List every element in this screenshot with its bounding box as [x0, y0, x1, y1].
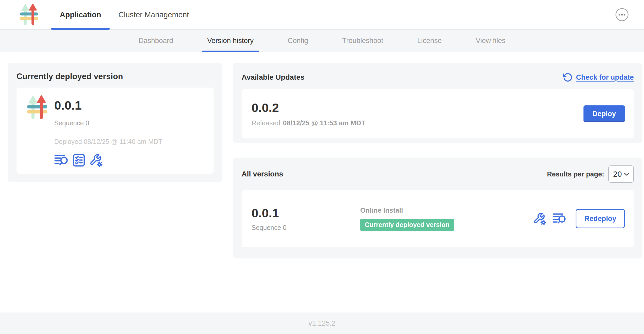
currently-deployed-badge: Currently deployed version: [360, 219, 454, 231]
subnav-tab-label: Troubleshoot: [342, 37, 383, 45]
all-versions-panel: All versions Results per page: 20 0.0.1 …: [233, 158, 642, 258]
check-for-update-link[interactable]: Check for update: [563, 72, 634, 82]
active-tab-underline: [202, 51, 259, 52]
install-type-label: Online Install: [360, 206, 454, 214]
version-history-page: Currently deployed version 0.0.1 Sequenc: [0, 52, 644, 258]
app-logo[interactable]: [17, 0, 42, 29]
version-row: 0.0.1 Sequence 0 Online Install Currentl…: [242, 190, 634, 247]
all-versions-title: All versions: [242, 170, 283, 178]
subnav-tab-license[interactable]: License: [400, 30, 459, 52]
released-label: Released: [252, 119, 280, 127]
subnav-tab-view-files[interactable]: View files: [459, 30, 523, 52]
app-sub-nav: Dashboard Version history Config Trouble…: [0, 30, 644, 52]
results-per-page-label: Results per page:: [547, 170, 604, 178]
top-nav-tabs: Application Cluster Management: [51, 0, 198, 29]
released-timestamp: 08/12/25 @ 11:53 am MDT: [283, 119, 365, 127]
subnav-tab-config[interactable]: Config: [271, 30, 325, 52]
deployed-timestamp: Deployed 08/12/25 @ 11:40 am MDT: [54, 138, 162, 146]
app-logo-icon: [17, 3, 42, 26]
deploy-button[interactable]: Deploy: [583, 105, 625, 122]
row-version-number: 0.0.1: [252, 206, 360, 220]
redeploy-button[interactable]: Redeploy: [576, 209, 625, 228]
subnav-tab-troubleshoot[interactable]: Troubleshoot: [325, 30, 400, 52]
subnav-tab-dashboard[interactable]: Dashboard: [122, 30, 190, 52]
available-updates-title: Available Updates: [242, 73, 304, 82]
results-per-page-value: 20: [613, 170, 622, 179]
active-tab-underline: [51, 28, 110, 30]
tab-cluster-management[interactable]: Cluster Management: [110, 0, 198, 29]
deployed-version-card: 0.0.1 Sequence 0 Deployed 08/12/25 @ 11:…: [17, 88, 214, 174]
deployed-version-number: 0.0.1: [54, 98, 162, 112]
available-update-card: 0.0.2 Released 08/12/25 @ 11:53 am MDT D…: [242, 89, 634, 138]
currently-deployed-title: Currently deployed version: [17, 72, 214, 81]
subnav-tab-label: Version history: [207, 37, 254, 45]
console-version: v1.125.2: [308, 319, 336, 327]
subnav-tab-label: View files: [476, 37, 506, 45]
subnav-tab-label: License: [417, 37, 442, 45]
chevron-down-icon: [624, 173, 630, 176]
subnav-tab-version-history[interactable]: Version history: [190, 30, 271, 52]
tab-application-label: Application: [60, 10, 101, 19]
preflight-checks-icon[interactable]: [73, 154, 85, 167]
top-nav: Application Cluster Management: [0, 0, 644, 30]
release-notes-icon[interactable]: [54, 154, 69, 166]
app-version-icon: [24, 94, 50, 167]
tab-cluster-management-label: Cluster Management: [118, 10, 189, 19]
row-sequence: Sequence 0: [252, 224, 360, 231]
tab-application[interactable]: Application: [51, 0, 110, 29]
refresh-ccw-icon: [563, 72, 573, 82]
check-for-update-label: Check for update: [576, 73, 634, 82]
overflow-menu-button[interactable]: [615, 8, 629, 21]
subnav-tab-label: Dashboard: [139, 37, 173, 45]
release-notes-icon[interactable]: [553, 213, 567, 225]
footer: v1.125.2: [0, 313, 644, 334]
ellipsis-menu-icon: [615, 8, 629, 21]
update-version-number: 0.0.2: [252, 100, 365, 115]
currently-deployed-panel: Currently deployed version 0.0.1 Sequenc: [8, 63, 222, 182]
results-per-page-select[interactable]: 20: [608, 165, 634, 183]
config-wrench-icon[interactable]: [533, 212, 546, 225]
deployed-sequence: Sequence 0: [54, 119, 162, 127]
config-wrench-icon[interactable]: [89, 153, 102, 167]
subnav-tab-label: Config: [288, 37, 308, 45]
available-updates-panel: Available Updates Check for update 0.0.2…: [233, 63, 642, 143]
